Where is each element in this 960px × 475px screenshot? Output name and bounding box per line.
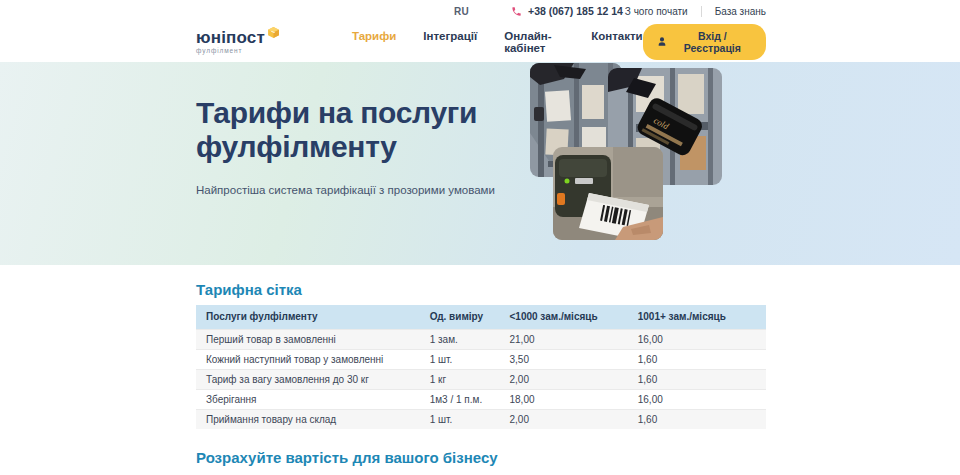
cell-lt1000: 18,00 (509, 389, 637, 409)
pricing-heading: Тарифна сітка (196, 281, 960, 298)
page: RU +38 (067) 185 12 14 З чого почати Баз… (0, 0, 960, 475)
login-button[interactable]: Вхід / Реєстрація (643, 24, 766, 60)
user-icon (657, 36, 667, 49)
language-switcher[interactable]: RU (454, 6, 469, 17)
phone-link[interactable]: +38 (067) 185 12 14 (511, 5, 623, 17)
cell-gt1001: 1,60 (638, 369, 766, 389)
table-header-row: Послуги фулфілменту Од. виміру <1000 зам… (196, 305, 766, 329)
cell-service: Тариф за вагу замовлення до 30 кг (196, 369, 430, 389)
table-row: Зберігання 1м3 / 1 п.м. 18,00 16,00 (196, 389, 766, 409)
cell-lt1000: 3,50 (509, 349, 637, 369)
cell-unit: 1м3 / 1 п.м. (430, 389, 510, 409)
cell-service: Зберігання (196, 389, 430, 409)
phone-number: +38 (067) 185 12 14 (528, 5, 623, 17)
logo[interactable]: юніпост фулфілмент (196, 29, 280, 55)
calculator-heading: Розрахуйте вартість для вашого бізнесу (196, 449, 960, 466)
nav-item-online-cabinet[interactable]: Онлайн-кабінет (504, 30, 564, 54)
link-getting-started[interactable]: З чого почати (625, 6, 688, 17)
cell-unit: 1 зам. (430, 329, 510, 349)
logo-text: юніпост (196, 29, 265, 46)
nav-item-contacts[interactable]: Контакти (591, 30, 642, 54)
cell-gt1001: 1,60 (638, 409, 766, 429)
table-row: Тариф за вагу замовлення до 30 кг 1 кг 2… (196, 369, 766, 389)
divider (701, 6, 702, 17)
col-unit: Од. виміру (430, 305, 510, 329)
table-row: Приймання товару на склад 1 шт. 2,00 1,6… (196, 409, 766, 429)
topbar: RU +38 (067) 185 12 14 З чого почати Баз… (0, 0, 960, 22)
content-section: Тарифна сітка Послуги фулфілменту Од. ви… (0, 281, 960, 466)
table-row: Кожний наступний товар у замовленні 1 шт… (196, 349, 766, 369)
cell-unit: 1 шт. (430, 409, 510, 429)
cell-lt1000: 21,00 (509, 329, 637, 349)
cell-gt1001: 16,00 (638, 389, 766, 409)
cell-lt1000: 2,00 (509, 369, 637, 389)
login-label: Вхід / Реєстрація (673, 30, 752, 54)
cell-service: Перший товар в замовленні (196, 329, 430, 349)
page-title: Тарифи на послуги фулфілменту (196, 96, 496, 164)
col-lt1000: <1000 зам./місяць (509, 305, 637, 329)
label-printer-photo (553, 147, 663, 240)
phone-icon (511, 6, 522, 17)
nav-item-integrations[interactable]: Інтеграції (423, 30, 477, 54)
hero-section: Тарифи на послуги фулфілменту Найпростіш… (0, 62, 960, 265)
col-service: Послуги фулфілменту (196, 305, 430, 329)
cell-gt1001: 16,00 (638, 329, 766, 349)
nav-item-tariffs[interactable]: Тарифи (352, 30, 396, 54)
cell-unit: 1 кг (430, 369, 510, 389)
main-menu: Тарифи Інтеграції Онлайн-кабінет Контакт… (352, 30, 643, 54)
table-row: Перший товар в замовленні 1 зам. 21,00 1… (196, 329, 766, 349)
cell-lt1000: 2,00 (509, 409, 637, 429)
link-knowledge-base[interactable]: База знань (715, 6, 766, 17)
logo-tagline: фулфілмент (196, 48, 280, 55)
cell-service: Приймання товару на склад (196, 409, 430, 429)
cell-gt1001: 1,60 (638, 349, 766, 369)
pricing-table: Послуги фулфілменту Од. виміру <1000 зам… (196, 305, 766, 429)
cell-service: Кожний наступний товар у замовленні (196, 349, 430, 369)
navbar: юніпост фулфілмент Тарифи Інтеграції (0, 22, 960, 62)
col-gt1001: 1001+ зам./місяць (638, 305, 766, 329)
cell-unit: 1 шт. (430, 349, 510, 369)
package-cube-icon (267, 26, 280, 42)
